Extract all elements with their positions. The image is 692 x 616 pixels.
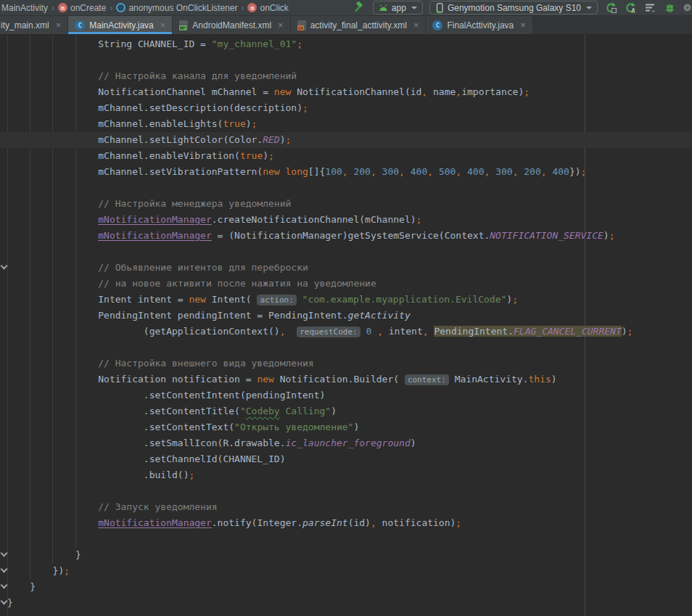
code-token: .build() xyxy=(7,469,189,480)
code-token: 100 xyxy=(325,166,342,177)
code-line[interactable]: (getApplicationContext(), requestCode: 0… xyxy=(0,324,692,340)
code-line[interactable]: // Запуск уведомления xyxy=(0,499,692,515)
code-line[interactable]: .setContentIntent(pendingIntent) xyxy=(0,387,692,403)
code-line[interactable]: .build(); xyxy=(0,467,692,483)
code-token: }) xyxy=(7,565,64,576)
code-line[interactable]: .setContentText("Открыть уведомление") xyxy=(0,419,692,435)
breadcrumb-separator-icon xyxy=(241,3,244,13)
breadcrumb-separator-icon xyxy=(52,3,54,13)
breadcrumb-label: anonymous OnClickListener xyxy=(128,3,237,13)
code-line[interactable] xyxy=(0,52,692,68)
code-line[interactable] xyxy=(0,244,692,260)
code-line[interactable]: .setSmallIcon(R.drawable.ic_launcher_for… xyxy=(0,435,692,451)
code-line[interactable]: mNotificationManager = (NotificationMana… xyxy=(0,228,692,244)
code-token xyxy=(7,214,98,225)
tab-activity-main-xml[interactable]: ity_main.xml xyxy=(0,16,68,34)
tab-androidmanifest-xml[interactable]: AndroidManifest.xml xyxy=(173,16,290,34)
code-line[interactable]: } xyxy=(0,579,692,595)
code-line[interactable]: NotificationChannel mChannel = new Notif… xyxy=(0,84,692,100)
svg-text:A: A xyxy=(631,8,635,14)
code-token: ; xyxy=(456,517,461,528)
code-token xyxy=(286,326,297,337)
code-token: = (NotificationManager)getSystemService(… xyxy=(212,230,490,241)
code-token: , xyxy=(456,166,461,177)
code-line[interactable]: // на новое активити после нажатия на ув… xyxy=(0,276,692,292)
debug-icon[interactable] xyxy=(663,1,676,15)
code-line[interactable]: mChannel.setVibrationPattern(new long[]{… xyxy=(0,164,692,180)
code-line[interactable]: .setContentTitle("Codeby Calling") xyxy=(0,403,692,419)
code-token: ) xyxy=(604,230,609,241)
code-token: , xyxy=(423,326,429,337)
run-configuration-select[interactable]: app xyxy=(373,1,423,15)
code-line[interactable] xyxy=(0,180,692,196)
close-icon[interactable] xyxy=(278,20,284,30)
code-editor[interactable]: String CHANNEL_ID = "my_channel_01"; // … xyxy=(0,35,692,616)
editor-tab-bar: ity_main.xml MainActivity.java AndroidMa… xyxy=(0,16,692,35)
apply-code-changes-icon[interactable]: A xyxy=(624,1,637,15)
code-token: // Настройка внешнего вида уведомления xyxy=(7,358,314,369)
code-token: , xyxy=(421,86,427,97)
profiler-icon[interactable] xyxy=(643,1,656,15)
code-token: RED xyxy=(263,134,279,145)
breadcrumb-item-oncreate[interactable]: onCreate xyxy=(58,3,106,13)
code-token: ; xyxy=(189,469,194,480)
code-token: Codeby xyxy=(246,406,280,416)
code-token: parseInt xyxy=(302,517,348,528)
code-line[interactable]: mNotificationManager.notify(Integer.pars… xyxy=(0,515,692,531)
code-token: "com.example.myapplication.EvilCode" xyxy=(302,294,507,305)
code-token: context: xyxy=(405,374,449,385)
code-line[interactable]: // Настройка менеджера уведомлений xyxy=(0,196,692,212)
android-icon xyxy=(379,4,388,12)
code-token: notification) xyxy=(376,517,456,528)
breadcrumb-item-onclick[interactable]: onClick xyxy=(247,3,288,13)
code-token: getActivity xyxy=(348,310,411,321)
apply-changes-restart-icon[interactable] xyxy=(604,1,617,15)
build-hammer-icon[interactable] xyxy=(353,1,366,15)
tab-mainactivity-java[interactable]: MainActivity.java xyxy=(68,16,173,34)
tab-label: FinalActtivity.java xyxy=(447,20,514,30)
code-token: .setSmallIcon(R.drawable. xyxy=(7,438,286,448)
code-line[interactable]: Intent intent = new Intent( action: "com… xyxy=(0,292,692,308)
code-line-current[interactable]: mChannel.setLightColor(Color.RED); xyxy=(0,132,692,148)
code-line[interactable]: }); xyxy=(0,563,692,579)
code-line[interactable]: String CHANNEL_ID = "my_channel_01"; xyxy=(0,36,692,52)
code-line[interactable]: // Настройка канала для уведомлений xyxy=(0,68,692,84)
breadcrumb-item-class[interactable]: MainActivity xyxy=(1,3,48,13)
code-line[interactable]: // Обьявление интентов для переброски xyxy=(0,260,692,276)
code-token: PendingIntent. xyxy=(434,326,514,337)
code-line[interactable] xyxy=(0,340,692,356)
close-icon[interactable] xyxy=(413,20,419,30)
device-select[interactable]: Genymotion Samsung Galaxy S10 xyxy=(429,1,598,15)
tab-finalacttivity-java[interactable]: FinalActtivity.java xyxy=(426,16,532,34)
code-line[interactable]: mChannel.enableLights(true); xyxy=(0,116,692,132)
code-token: ; xyxy=(252,118,258,129)
code-token xyxy=(280,166,286,177)
code-line[interactable] xyxy=(0,531,692,547)
code-line[interactable]: mChannel.setDescription(description); xyxy=(0,100,692,116)
code-token: String CHANNEL_ID = xyxy=(7,38,212,49)
close-icon[interactable] xyxy=(56,20,62,30)
close-icon[interactable] xyxy=(520,20,526,30)
code-token: , xyxy=(371,166,376,177)
tab-activity-final-acttivity-xml[interactable]: activity_final_acttivity.xml xyxy=(291,16,427,34)
code-token: , xyxy=(280,326,286,337)
code-line[interactable]: mChannel.enableVibration(true); xyxy=(0,148,692,164)
code-line[interactable]: Notification notification = new Notifica… xyxy=(0,371,692,387)
code-line[interactable]: PendingIntent pendingIntent = PendingInt… xyxy=(0,308,692,324)
breadcrumb-item-anonymous-class[interactable]: anonymous OnClickListener xyxy=(116,3,237,13)
code-line[interactable]: } xyxy=(0,547,692,563)
code-line[interactable]: .setChannelId(CHANNEL_ID) xyxy=(0,451,692,467)
code-token: ; xyxy=(609,230,615,241)
code-token: ) xyxy=(622,326,627,337)
method-icon xyxy=(247,3,257,12)
code-line[interactable]: // Настройка внешнего вида уведомления xyxy=(0,356,692,371)
code-line[interactable] xyxy=(0,483,692,499)
code-token: , xyxy=(377,326,383,337)
code-line[interactable]: } xyxy=(0,595,692,611)
close-icon[interactable] xyxy=(160,20,166,30)
code-line[interactable]: mNotificationManager.createNotificationC… xyxy=(0,212,692,228)
code-token: // Настройка канала для уведомлений xyxy=(7,70,297,81)
attach-debugger-icon[interactable] xyxy=(683,1,692,15)
code-token xyxy=(490,166,495,177)
chevron-down-icon xyxy=(586,7,592,9)
